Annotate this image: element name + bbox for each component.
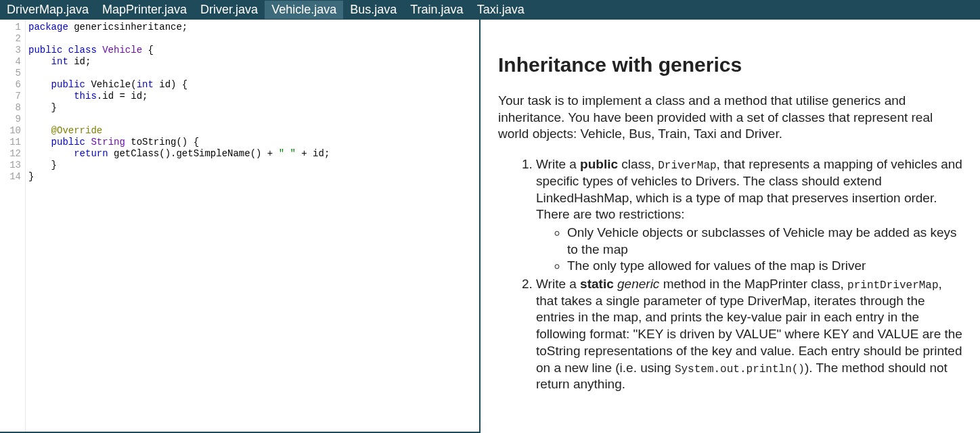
tab-driver[interactable]: Driver.java bbox=[194, 1, 265, 19]
instruction-item-1: Write a public class, DriverMap, that re… bbox=[536, 156, 962, 275]
tab-bus[interactable]: Bus.java bbox=[343, 1, 403, 19]
instructions-title: Inheritance with generics bbox=[498, 53, 962, 76]
tab-vehicle[interactable]: Vehicle.java bbox=[265, 1, 343, 19]
tab-train[interactable]: Train.java bbox=[403, 1, 470, 19]
tab-taxi[interactable]: Taxi.java bbox=[470, 1, 531, 19]
instructions-panel[interactable]: Inheritance with generics Your task is t… bbox=[481, 20, 980, 433]
tab-drivermap[interactable]: DriverMap.java bbox=[0, 1, 95, 19]
code-content[interactable]: package genericsinheritance; public clas… bbox=[26, 20, 479, 432]
intro-line: Your task is to implement a class and a … bbox=[498, 93, 962, 110]
intro-line: inheritance. You have been provided with… bbox=[498, 110, 962, 127]
code-editor[interactable]: 1234567891011121314 package genericsinhe… bbox=[0, 20, 481, 433]
line-number-gutter: 1234567891011121314 bbox=[0, 20, 26, 432]
instruction-item-2: Write a static generic method in the Map… bbox=[536, 276, 962, 393]
instructions-body: Your task is to implement a class and a … bbox=[498, 93, 962, 393]
instruction-subitem: Only Vehicle objects or subclasses of Ve… bbox=[567, 225, 962, 258]
instruction-subitem: The only type allowed for values of the … bbox=[567, 258, 962, 275]
tab-mapprinter[interactable]: MapPrinter.java bbox=[95, 1, 194, 19]
intro-line: world objects: Vehicle, Bus, Train, Taxi… bbox=[498, 126, 962, 143]
file-tab-bar: DriverMap.java MapPrinter.java Driver.ja… bbox=[0, 0, 980, 20]
